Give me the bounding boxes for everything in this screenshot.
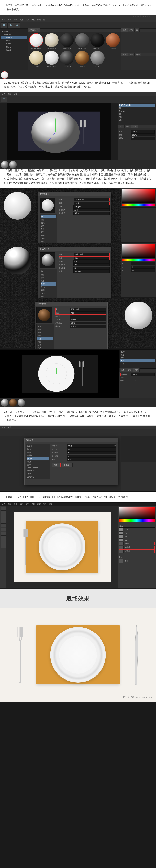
attr-input[interactable] (74, 260, 110, 263)
channel-item[interactable]: 发光 (37, 331, 53, 334)
channel-item[interactable]: 漫射 (41, 273, 56, 276)
obj-item[interactable]: 摄像机 (120, 350, 155, 353)
obj-item[interactable]: HDRI Studio Rig (119, 104, 155, 106)
tab[interactable]: 内容 (128, 28, 134, 32)
tool-icon[interactable] (14, 22, 20, 28)
lasso-tool-icon[interactable] (1, 515, 6, 519)
obj-item[interactable]: 木板 (120, 362, 155, 365)
attr-tabs[interactable]: 基本 坐标 对象 (118, 125, 156, 128)
c4d-menu-bar[interactable]: 文件 编辑 创建 选择 工具 网格 渲染 窗口 (0, 18, 156, 22)
layer-row[interactable]: 背景 (119, 559, 155, 563)
menu-item[interactable]: 图像 (14, 503, 17, 505)
hue-slider[interactable] (122, 204, 155, 207)
attr-tabs[interactable]: 基本 坐标 对象 (121, 53, 156, 56)
renderer-select[interactable]: 物理 (67, 444, 116, 447)
obj-item[interactable]: 餐叉 (120, 356, 155, 359)
menu-item[interactable]: 编辑 (8, 19, 11, 21)
channel-item[interactable]: 环境 (41, 231, 56, 234)
color-picker[interactable]: H S V (121, 243, 156, 273)
menu-item[interactable]: 选择 (31, 503, 35, 505)
material-thumb[interactable] (1, 161, 8, 168)
tree-item-selected[interactable]: Ceramic (1, 36, 27, 39)
rs-left-list[interactable]: 渲染器输出保存多通道抗锯齿选项立体Team Render材质覆写物理全局光照 (26, 444, 50, 479)
channel-item[interactable]: 法线 (41, 295, 56, 298)
tab[interactable]: 基本 (119, 368, 126, 372)
attr-input[interactable] (67, 452, 116, 454)
tab[interactable]: 基本 (121, 53, 128, 56)
tab[interactable]: 基本 (118, 125, 124, 128)
ps-canvas[interactable] (6, 506, 118, 588)
material-thumb[interactable] (17, 399, 25, 407)
channel-item[interactable]: 颜色 (37, 325, 53, 328)
channel-item[interactable]: 发光 (41, 276, 56, 279)
viewport[interactable] (0, 103, 118, 160)
c4d-menu-bar[interactable]: 文件 渲染 (0, 426, 156, 429)
rs-item[interactable]: 全局光照 (27, 475, 49, 478)
obj-item[interactable]: 碟子 (120, 353, 155, 356)
attr-input[interactable] (67, 448, 116, 451)
tab[interactable]: 坐标 (128, 53, 134, 56)
menu-item[interactable]: 选择 (20, 19, 23, 21)
rs-item[interactable]: 输出 (27, 448, 49, 451)
sat-input[interactable] (131, 266, 155, 269)
brush-tool-icon[interactable] (1, 528, 6, 531)
material-manager[interactable] (0, 398, 156, 407)
material-sphere[interactable] (90, 51, 104, 65)
channel-item[interactable]: 透明 (37, 334, 53, 337)
rs-item[interactable]: 物理 (27, 472, 49, 475)
channel-row[interactable]: 绿 (119, 535, 155, 538)
crop-tool-icon[interactable] (1, 523, 6, 527)
channel-item[interactable]: 烟雾 (41, 289, 56, 292)
wand-tool-icon[interactable] (1, 519, 6, 523)
menu-item[interactable]: 创建 (14, 19, 17, 21)
material-grid[interactable]: Porcelain-SSSPorcelain 01Stone DarkMatte… (28, 32, 121, 69)
material-sphere[interactable] (75, 51, 89, 65)
gradient-tool-icon[interactable] (1, 540, 6, 544)
attr-input[interactable] (74, 202, 109, 205)
attr-input[interactable] (70, 308, 106, 311)
attr-input[interactable] (74, 270, 110, 273)
tree-item[interactable]: Wood (1, 49, 27, 52)
material-sphere[interactable] (90, 33, 104, 47)
attr-input[interactable] (131, 373, 155, 376)
channel-item[interactable]: 反射 (41, 227, 56, 231)
attr-input[interactable] (74, 209, 110, 212)
tree-item[interactable]: Materials (1, 33, 27, 36)
tree-item[interactable]: Metal (1, 39, 27, 42)
attr-input[interactable] (74, 212, 110, 215)
rs-item[interactable]: 保存 (27, 451, 49, 454)
attr-input[interactable] (74, 205, 110, 208)
attr-input[interactable] (74, 256, 109, 259)
rs-item[interactable]: 材质覆写 (27, 469, 49, 472)
channel-row[interactable]: 材质 3 (119, 550, 155, 553)
menu-item[interactable]: 图层 (20, 503, 23, 505)
channel-row[interactable]: 蓝 (119, 538, 155, 541)
icon-toolbar[interactable] (0, 429, 156, 436)
c4d-menu-bar[interactable]: 文件 编辑 渲染 (0, 92, 156, 96)
render-icon[interactable] (1, 96, 7, 102)
obj-item[interactable]: Sky (119, 106, 155, 110)
obj-item[interactable]: 餐叉 (119, 116, 155, 118)
icon-toolbar[interactable] (0, 22, 156, 29)
channel-item[interactable]: 反射 (41, 282, 56, 286)
ps-color-panel[interactable] (118, 506, 156, 523)
material-manager[interactable] (0, 160, 156, 169)
tab[interactable]: 对象 (135, 53, 141, 56)
tab[interactable]: 层 (135, 28, 140, 32)
menu-item[interactable]: 文件 (2, 426, 5, 429)
material-thumb[interactable] (1, 399, 8, 407)
tab[interactable]: 内容浏览器 (28, 28, 40, 32)
effects-button[interactable]: 效果... (52, 463, 61, 467)
material-sphere[interactable] (106, 33, 120, 47)
obj-item[interactable]: 桌布 (119, 118, 155, 121)
menu-item[interactable]: 文件 (2, 93, 5, 95)
menu-item[interactable]: 编辑 (8, 503, 11, 505)
material-sphere[interactable] (44, 51, 58, 65)
tab[interactable]: 坐标 (126, 368, 133, 372)
material-sphere[interactable] (29, 33, 43, 47)
attr-input[interactable] (70, 325, 106, 328)
object-manager[interactable] (121, 436, 156, 462)
channel-item[interactable]: 漫射 (41, 218, 56, 221)
object-tabs[interactable]: 对象 内容 层 (121, 29, 156, 32)
menu-item[interactable]: 滤镜 (37, 503, 41, 505)
